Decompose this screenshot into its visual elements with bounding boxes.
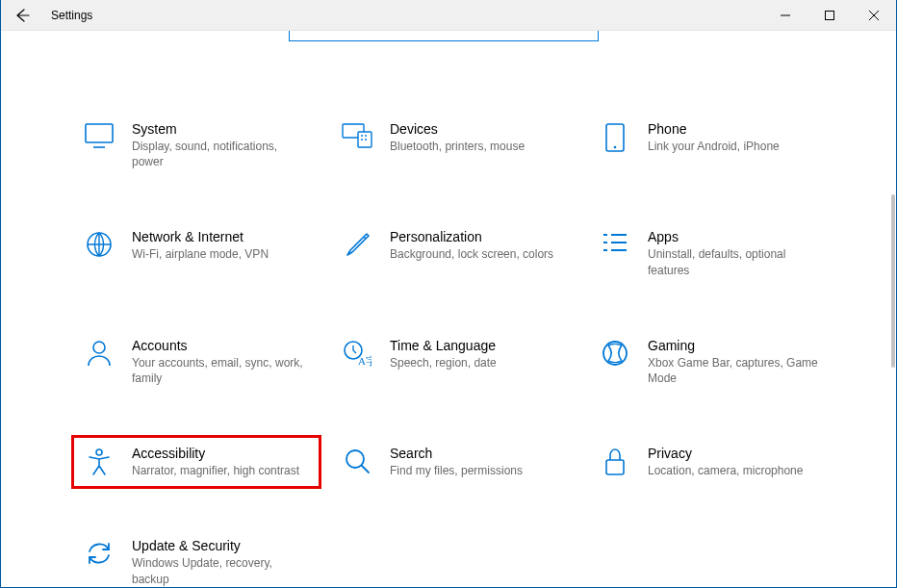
tile-subtitle: Background, lock screen, colors — [390, 246, 567, 262]
time-language-icon: A字 — [342, 340, 372, 371]
tile-title: Search — [390, 446, 567, 461]
tile-subtitle: Location, camera, microphone — [648, 463, 825, 478]
tile-title: System — [132, 121, 309, 137]
search-box-bottom-edge[interactable] — [289, 31, 599, 41]
svg-rect-17 — [606, 460, 624, 474]
tile-title: Phone — [648, 121, 825, 137]
privacy-icon — [600, 447, 630, 478]
content-area: System Display, sound, notifications, po… — [1, 31, 896, 588]
window-controls — [763, 0, 896, 31]
tile-privacy[interactable]: Privacy Location, camera, microphone — [592, 440, 833, 484]
network-icon — [84, 231, 115, 262]
tile-subtitle: Narrator, magnifier, high contrast — [132, 463, 309, 478]
svg-rect-1 — [86, 124, 113, 142]
maximize-icon — [825, 11, 834, 20]
tile-title: Time & Language — [390, 338, 567, 353]
svg-point-11 — [93, 342, 105, 353]
tile-title: Network & Internet — [132, 229, 309, 244]
tile-title: Accessibility — [132, 446, 309, 461]
tile-personalization[interactable]: Personalization Background, lock screen,… — [334, 223, 575, 283]
tile-subtitle: Xbox Game Bar, captures, Game Mode — [648, 355, 825, 386]
tile-search[interactable]: Search Find my files, permissions — [334, 440, 575, 484]
tile-title: Personalization — [390, 229, 567, 244]
tile-accessibility[interactable]: Accessibility Narrator, magnifier, high … — [76, 440, 317, 484]
devices-icon — [342, 123, 372, 154]
tile-subtitle: Your accounts, email, sync, work, family — [132, 355, 309, 386]
tile-title: Update & Security — [132, 538, 309, 553]
tile-gaming[interactable]: Gaming Xbox Game Bar, captures, Game Mod… — [592, 332, 833, 392]
svg-point-15 — [96, 449, 102, 455]
tile-subtitle: Uninstall, defaults, optional features — [648, 246, 825, 277]
arrow-left-icon — [14, 8, 30, 23]
svg-rect-0 — [826, 11, 834, 19]
update-icon — [84, 540, 115, 571]
phone-icon — [600, 123, 630, 154]
tile-phone[interactable]: Phone Link your Android, iPhone — [592, 115, 833, 175]
tile-devices[interactable]: Devices Bluetooth, printers, mouse — [334, 115, 575, 175]
tile-title: Gaming — [648, 338, 825, 353]
svg-point-5 — [365, 135, 367, 137]
tile-apps[interactable]: Apps Uninstall, defaults, optional featu… — [592, 223, 833, 283]
minimize-button[interactable] — [763, 0, 807, 31]
minimize-icon — [781, 11, 790, 20]
apps-icon — [600, 231, 630, 262]
tile-subtitle: Wi-Fi, airplane mode, VPN — [132, 246, 309, 262]
accounts-icon — [84, 340, 115, 371]
tile-title: Privacy — [648, 446, 825, 461]
window-title: Settings — [51, 9, 92, 22]
close-button[interactable] — [852, 0, 896, 31]
tile-system[interactable]: System Display, sound, notifications, po… — [76, 115, 317, 175]
titlebar: Settings — [1, 0, 896, 31]
personalization-icon — [342, 231, 372, 262]
scroll-thumb[interactable] — [891, 194, 895, 368]
tile-subtitle: Find my files, permissions — [390, 463, 567, 478]
close-icon — [869, 11, 879, 20]
tile-subtitle: Bluetooth, printers, mouse — [390, 139, 567, 154]
tile-accounts[interactable]: Accounts Your accounts, email, sync, wor… — [76, 332, 317, 392]
svg-point-16 — [346, 450, 364, 468]
back-button[interactable] — [1, 0, 43, 31]
tile-time-language[interactable]: A字 Time & Language Speech, region, date — [334, 332, 575, 392]
tile-update-security[interactable]: Update & Security Windows Update, recove… — [76, 532, 317, 588]
search-icon — [342, 447, 372, 478]
svg-point-9 — [614, 146, 617, 149]
svg-point-6 — [361, 139, 363, 141]
svg-text:A字: A字 — [358, 355, 372, 367]
svg-point-4 — [361, 135, 363, 137]
tile-title: Devices — [390, 121, 567, 137]
tile-subtitle: Speech, region, date — [390, 355, 567, 371]
tile-network[interactable]: Network & Internet Wi-Fi, airplane mode,… — [76, 223, 317, 283]
tile-subtitle: Display, sound, notifications, power — [132, 139, 309, 169]
tile-subtitle: Windows Update, recovery, backup — [132, 555, 309, 586]
tile-title: Accounts — [132, 338, 309, 353]
tile-subtitle: Link your Android, iPhone — [648, 139, 825, 154]
settings-grid: System Display, sound, notifications, po… — [76, 115, 836, 588]
accessibility-icon — [84, 447, 115, 478]
maximize-button[interactable] — [807, 0, 852, 31]
gaming-icon — [600, 340, 630, 371]
svg-point-7 — [365, 139, 367, 141]
system-icon — [84, 123, 115, 154]
tile-title: Apps — [648, 229, 825, 244]
vertical-scrollbar[interactable] — [884, 31, 896, 587]
svg-point-14 — [603, 342, 627, 365]
